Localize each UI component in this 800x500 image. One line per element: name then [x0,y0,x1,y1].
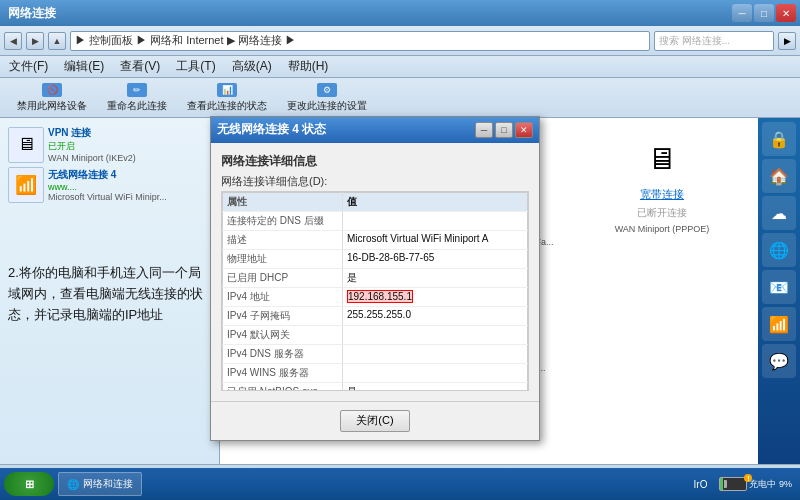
rename-label: 重命名此连接 [107,99,167,113]
maximize-button[interactable]: □ [754,4,774,22]
menu-view[interactable]: 查看(V) [117,57,163,76]
settings-icon: ⚙ [317,83,337,97]
toolbar: 🚫 禁用此网络设备 ✏ 重命名此连接 📊 查看此连接的状态 ⚙ 更改此连接的设置 [0,78,800,118]
modal-overlay: 无线网络连接 4 状态 ─ □ ✕ 网络连接详细信息 网络连接详细信息(D): [0,118,750,438]
tray-battery[interactable]: ! 充电中 9% [715,475,796,493]
detail-prop-3: 物理地址 [223,249,343,268]
detail-val-7 [343,325,528,344]
right-panel-btn-5[interactable]: 📧 [762,270,796,304]
modal-max-button[interactable]: □ [495,122,513,138]
modal-close-btn[interactable]: 关闭(C) [340,410,410,432]
battery-label: 充电中 9% [749,478,792,491]
detail-val-3: 16-DB-28-6B-77-65 [343,249,528,268]
right-panel-btn-1[interactable]: 🔒 [762,122,796,156]
detail-val-5: 192.168.155.1 [343,287,528,306]
detail-val-1 [343,211,528,230]
detail-val-10: 是 [343,382,528,391]
tray-time-text: IrO [694,479,708,490]
detail-val-4: 是 [343,268,528,287]
tray-time[interactable]: IrO [690,477,712,492]
taskbar-item-1-label: 网络和连接 [83,477,133,491]
menu-bar: 文件(F) 编辑(E) 查看(V) 工具(T) 高级(A) 帮助(H) [0,56,800,78]
menu-edit[interactable]: 编辑(E) [61,57,107,76]
change-settings-button[interactable]: ⚙ 更改此连接的设置 [278,80,376,116]
taskbar-item-1[interactable]: 🌐 网络和连接 [58,472,142,496]
detail-val-9 [343,363,528,382]
detail-prop-9: IPv4 WINS 服务器 [223,363,343,382]
modal-dialog: 无线网络连接 4 状态 ─ □ ✕ 网络连接详细信息 网络连接详细信息(D): [210,116,540,441]
search-placeholder: 搜索 网络连接... [659,34,730,48]
start-label: ⊞ [25,478,34,491]
back-button[interactable]: ◀ [4,32,22,50]
detail-val-8 [343,344,528,363]
modal-detail-label: 网络连接详细信息(D): [221,174,529,189]
window-title: 网络连接 [8,5,56,22]
modal-titlebar: 无线网络连接 4 状态 ─ □ ✕ [211,117,539,143]
rename-connection-button[interactable]: ✏ 重命名此连接 [98,80,176,116]
taskbar-item-1-icon: 🌐 [67,479,79,490]
detail-val-2: Microsoft Virtual WiFi Miniport A [343,230,528,249]
detail-val-6: 255.255.255.0 [343,306,528,325]
view-status-button[interactable]: 📊 查看此连接的状态 [178,80,276,116]
modal-body: 网络连接详细信息 网络连接详细信息(D): 属性值连接特定的 DNS 后缀描述M… [211,143,539,401]
detail-prop-4: 已启用 DHCP [223,268,343,287]
taskbar-items: 🌐 网络和连接 [58,472,686,496]
detail-prop-1: 连接特定的 DNS 后缀 [223,211,343,230]
go-button[interactable]: ▶ [778,32,796,50]
modal-close-button[interactable]: ✕ [515,122,533,138]
detail-prop-6: IPv4 子网掩码 [223,306,343,325]
disable-icon: 🚫 [42,83,62,97]
settings-label: 更改此连接的设置 [287,99,367,113]
taskbar-tray: IrO ! 充电中 9% [690,475,796,493]
detail-prop-7: IPv4 默认网关 [223,325,343,344]
detail-prop-8: IPv4 DNS 服务器 [223,344,343,363]
detail-prop-10: 已启用 NetBIOS ove... [223,382,343,391]
start-button[interactable]: ⊞ [4,472,54,496]
menu-file[interactable]: 文件(F) [6,57,51,76]
titlebar: 网络连接 ─ □ ✕ [0,0,800,26]
right-panel-btn-3[interactable]: ☁ [762,196,796,230]
menu-tools[interactable]: 工具(T) [173,57,218,76]
battery-icon: ! [719,477,747,491]
menu-advanced[interactable]: 高级(A) [229,57,275,76]
detail-prop-0: 属性 [223,192,343,211]
window-controls: ─ □ ✕ [732,4,796,22]
view-status-label: 查看此连接的状态 [187,99,267,113]
right-panel-btn-7[interactable]: 💬 [762,344,796,378]
modal-controls: ─ □ ✕ [475,122,533,138]
modal-title: 无线网络连接 4 状态 [217,121,326,138]
battery-fill [720,478,722,490]
right-panel-btn-2[interactable]: 🏠 [762,159,796,193]
up-button[interactable]: ▲ [48,32,66,50]
menu-help[interactable]: 帮助(H) [285,57,332,76]
search-box[interactable]: 搜索 网络连接... [654,31,774,51]
minimize-button[interactable]: ─ [732,4,752,22]
taskbar: ⊞ 🌐 网络和连接 IrO ! 充电中 9% [0,468,800,500]
main-window: 网络连接 ─ □ ✕ ◀ ▶ ▲ ▶ 控制面板 ▶ 网络和 Internet ▶… [0,0,800,500]
status-icon: 📊 [217,83,237,97]
battery-nub [724,480,727,488]
disable-adapter-button[interactable]: 🚫 禁用此网络设备 [8,80,96,116]
modal-section-title: 网络连接详细信息 [221,153,529,170]
forward-button[interactable]: ▶ [26,32,44,50]
detail-val-0: 值 [343,192,528,211]
address-bar: ◀ ▶ ▲ ▶ 控制面板 ▶ 网络和 Internet ▶ 网络连接 ▶ 搜索 … [0,26,800,56]
modal-footer: 关闭(C) [211,401,539,440]
detail-prop-5: IPv4 地址 [223,287,343,306]
detail-scroll[interactable]: 属性值连接特定的 DNS 后缀描述Microsoft Virtual WiFi … [221,191,529,391]
close-button[interactable]: ✕ [776,4,796,22]
modal-min-button[interactable]: ─ [475,122,493,138]
right-panel: 🔒 🏠 ☁ 🌐 📧 📶 💬 [758,118,800,464]
close-btn-label: 关闭(C) [356,413,393,428]
address-path[interactable]: ▶ 控制面板 ▶ 网络和 Internet ▶ 网络连接 ▶ [70,31,650,51]
rename-icon: ✏ [127,83,147,97]
disable-label: 禁用此网络设备 [17,99,87,113]
right-panel-btn-4[interactable]: 🌐 [762,233,796,267]
right-panel-btn-6[interactable]: 📶 [762,307,796,341]
detail-prop-2: 描述 [223,230,343,249]
detail-table: 属性值连接特定的 DNS 后缀描述Microsoft Virtual WiFi … [222,192,528,391]
